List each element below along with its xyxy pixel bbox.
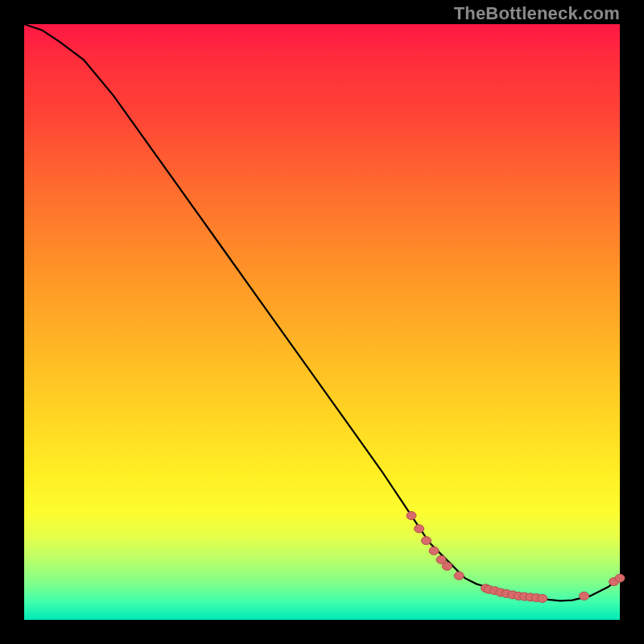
data-marker	[442, 562, 452, 570]
data-marker	[615, 574, 625, 582]
data-marker	[454, 572, 464, 580]
data-marker	[580, 592, 589, 600]
data-marker	[407, 512, 416, 520]
data-marker	[538, 594, 547, 602]
data-marker	[429, 547, 439, 555]
chart-overlay	[24, 24, 620, 620]
series-line	[24, 24, 620, 601]
watermark-text: TheBottleneck.com	[454, 3, 620, 24]
data-marker	[415, 525, 424, 533]
chart-stage: TheBottleneck.com	[0, 0, 644, 644]
data-marker	[422, 537, 431, 545]
marker-group	[407, 512, 625, 603]
